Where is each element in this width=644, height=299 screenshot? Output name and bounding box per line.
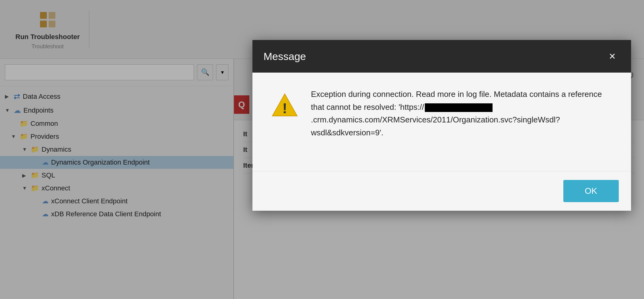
modal-footer: OK	[252, 171, 631, 211]
message-part2: .crm.dynamics.com/XRMServices/2011/Organ…	[311, 115, 560, 137]
modal-body: ! Exception during connection. Read more…	[252, 73, 631, 171]
warning-icon: !	[271, 91, 299, 119]
svg-text:!: !	[282, 100, 287, 116]
modal-message: Exception during connection. Read more i…	[311, 88, 613, 139]
close-icon: ×	[609, 51, 615, 62]
ok-button[interactable]: OK	[563, 180, 619, 202]
modal-header: Message ×	[252, 40, 631, 73]
redacted-url	[425, 103, 493, 112]
modal-close-button[interactable]: ×	[605, 49, 620, 64]
modal-title: Message	[264, 50, 306, 62]
message-dialog: Message × ! Exception during connection.…	[252, 40, 631, 211]
